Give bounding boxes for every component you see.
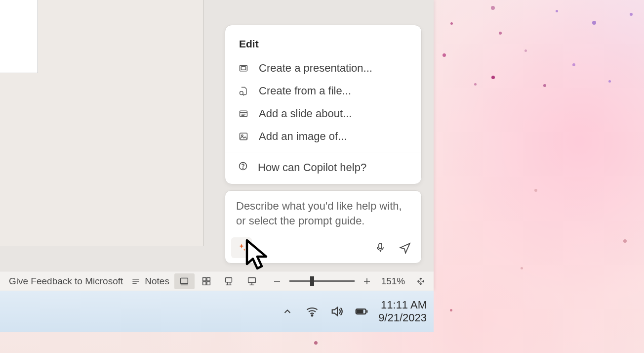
feedback-button[interactable]: Give Feedback to Microsoft bbox=[0, 271, 127, 291]
svg-rect-20 bbox=[203, 281, 206, 284]
zoom-percent[interactable]: 151% bbox=[379, 276, 407, 287]
copilot-item-label: Create from a file... bbox=[259, 85, 351, 97]
minus-icon bbox=[273, 277, 282, 286]
zoom-out-button[interactable] bbox=[270, 274, 284, 289]
image-icon bbox=[238, 131, 249, 142]
svg-rect-18 bbox=[203, 277, 206, 280]
copilot-item-add-slide[interactable]: Add a slide about... bbox=[225, 102, 421, 125]
speaker-icon bbox=[330, 305, 344, 318]
svg-rect-11 bbox=[379, 243, 382, 249]
copilot-item-create-presentation[interactable]: Create a presentation... bbox=[225, 57, 421, 80]
copilot-help-link[interactable]: How can Copilot help? bbox=[225, 152, 421, 184]
copilot-item-create-from-file[interactable]: Create from a file... bbox=[225, 80, 421, 102]
taskbar-clock[interactable]: 11:11 AM 9/21/2023 bbox=[378, 299, 430, 325]
reading-view-button[interactable] bbox=[218, 273, 239, 289]
reading-view-icon bbox=[223, 276, 234, 287]
notes-label: Notes bbox=[145, 276, 169, 287]
microphone-button[interactable] bbox=[370, 237, 391, 258]
prompt-guide-button[interactable] bbox=[231, 237, 252, 258]
notes-icon bbox=[131, 276, 141, 286]
svg-rect-7 bbox=[240, 133, 247, 139]
svg-point-32 bbox=[312, 315, 313, 316]
zoom-slider[interactable] bbox=[289, 280, 355, 282]
svg-rect-16 bbox=[181, 278, 188, 283]
powerpoint-window: Edit Create a presentation... Create fro… bbox=[0, 0, 434, 290]
help-icon bbox=[238, 161, 248, 174]
zoom-control: 151% bbox=[266, 273, 434, 289]
clock-date: 9/21/2023 bbox=[378, 311, 427, 324]
svg-rect-1 bbox=[241, 67, 245, 70]
svg-rect-26 bbox=[248, 277, 255, 282]
send-button[interactable] bbox=[395, 237, 415, 258]
svg-rect-21 bbox=[207, 281, 210, 284]
presentation-icon bbox=[238, 63, 249, 74]
copilot-help-label: How can Copilot help? bbox=[258, 161, 366, 174]
svg-rect-22 bbox=[225, 277, 232, 282]
status-bar: Give Feedback to Microsoft Notes bbox=[0, 271, 434, 291]
copilot-item-label: Add an image of... bbox=[259, 130, 347, 143]
fit-to-window-button[interactable] bbox=[412, 273, 430, 289]
fit-icon bbox=[416, 276, 426, 286]
wifi-icon bbox=[305, 305, 319, 318]
sparkle-icon bbox=[237, 243, 246, 253]
copilot-item-add-image[interactable]: Add an image of... bbox=[225, 125, 421, 148]
plus-icon bbox=[362, 277, 371, 286]
slide-sorter-icon bbox=[201, 276, 212, 287]
svg-point-10 bbox=[242, 168, 243, 169]
slide-icon bbox=[238, 108, 249, 119]
chevron-up-icon bbox=[282, 306, 293, 317]
slideshow-icon bbox=[246, 276, 257, 287]
slideshow-button[interactable] bbox=[242, 273, 262, 289]
battery-icon bbox=[354, 304, 369, 319]
normal-view-button[interactable] bbox=[174, 273, 195, 289]
normal-view-icon bbox=[179, 276, 190, 287]
copilot-prompt-box[interactable]: Describe what you'd like help with, or s… bbox=[225, 190, 422, 264]
battery-button[interactable] bbox=[354, 304, 369, 319]
system-tray: 11:11 AM 9/21/2023 bbox=[280, 291, 430, 332]
slide-canvas[interactable] bbox=[0, 0, 38, 73]
copilot-menu: Edit Create a presentation... Create fro… bbox=[225, 25, 422, 184]
svg-point-2 bbox=[240, 91, 243, 95]
copilot-item-label: Add a slide about... bbox=[259, 107, 352, 120]
zoom-slider-thumb[interactable] bbox=[310, 276, 314, 286]
tray-overflow-button[interactable] bbox=[280, 304, 295, 319]
copilot-section-label: Edit bbox=[225, 25, 421, 57]
clock-time: 11:11 AM bbox=[378, 299, 427, 311]
slide-editor-area bbox=[0, 0, 203, 246]
slide-sorter-button[interactable] bbox=[197, 273, 217, 289]
file-search-icon bbox=[238, 86, 249, 96]
copilot-item-label: Create a presentation... bbox=[259, 62, 372, 75]
microphone-icon bbox=[374, 242, 386, 254]
svg-rect-19 bbox=[207, 277, 210, 280]
volume-button[interactable] bbox=[329, 304, 345, 319]
send-icon bbox=[399, 241, 411, 254]
copilot-prompt-placeholder: Describe what you'd like help with, or s… bbox=[236, 199, 410, 228]
zoom-in-button[interactable] bbox=[360, 274, 374, 289]
windows-taskbar: 11:11 AM 9/21/2023 bbox=[0, 291, 434, 332]
wifi-button[interactable] bbox=[304, 304, 320, 319]
notes-button[interactable]: Notes bbox=[127, 271, 173, 291]
svg-rect-34 bbox=[357, 310, 362, 313]
